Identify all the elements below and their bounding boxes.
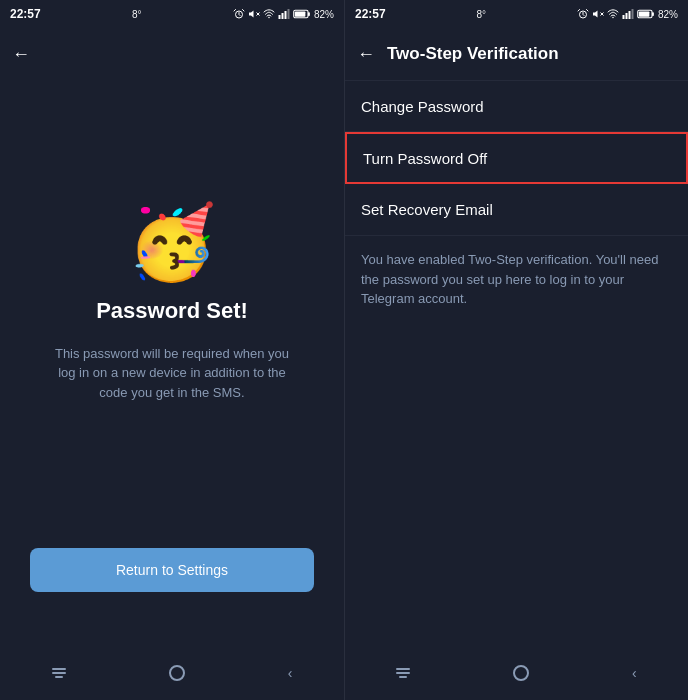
svg-rect-4 bbox=[278, 15, 280, 19]
svg-rect-21 bbox=[639, 11, 650, 16]
mute-icon bbox=[248, 8, 260, 20]
menu-item-set-recovery-email[interactable]: Set Recovery Email bbox=[345, 184, 688, 236]
right-status-bar: 22:57 8° 82% bbox=[345, 0, 688, 28]
password-set-description: This password will be required when you … bbox=[52, 344, 292, 403]
right-nav-recent-icon[interactable] bbox=[396, 668, 410, 678]
right-battery-label: 8° bbox=[477, 9, 487, 20]
left-battery-label: 8° bbox=[132, 9, 142, 20]
svg-rect-9 bbox=[308, 12, 310, 16]
right-battery-icon bbox=[637, 9, 655, 19]
left-panel: 22:57 8° 82% ← 🥳 Password Set! This pass… bbox=[0, 0, 344, 700]
left-nav-home-icon[interactable] bbox=[169, 665, 185, 681]
left-back-icon[interactable]: ← bbox=[12, 44, 30, 65]
left-nav-bar: ‹ bbox=[0, 652, 344, 700]
left-nav-recent-icon[interactable] bbox=[52, 668, 66, 678]
menu-list: Change Password Turn Password Off Set Re… bbox=[345, 80, 688, 236]
signal-icon bbox=[278, 8, 290, 20]
two-step-info-text: You have enabled Two-Step verification. … bbox=[345, 236, 688, 323]
right-status-icons: 82% bbox=[577, 8, 678, 20]
right-time: 22:57 bbox=[355, 7, 386, 21]
left-header: ← bbox=[0, 28, 344, 80]
left-main-content: 🥳 Password Set! This password will be re… bbox=[0, 80, 344, 528]
left-status-bar: 22:57 8° 82% bbox=[0, 0, 344, 28]
svg-rect-6 bbox=[284, 11, 286, 19]
return-to-settings-button[interactable]: Return to Settings bbox=[30, 548, 314, 592]
right-header-title: Two-Step Verification bbox=[387, 44, 559, 64]
right-nav-home-icon[interactable] bbox=[513, 665, 529, 681]
menu-item-turn-password-off[interactable]: Turn Password Off bbox=[345, 132, 688, 184]
menu-item-change-password[interactable]: Change Password bbox=[345, 80, 688, 132]
right-nav-bar: ‹ bbox=[345, 652, 688, 700]
right-battery-pct: 82% bbox=[658, 9, 678, 20]
left-battery-pct: 82% bbox=[314, 9, 334, 20]
battery-icon bbox=[293, 9, 311, 19]
right-mute-icon bbox=[592, 8, 604, 20]
svg-rect-18 bbox=[631, 9, 633, 19]
wifi-icon bbox=[263, 8, 275, 20]
alarm-icon bbox=[233, 8, 245, 20]
svg-rect-7 bbox=[287, 9, 289, 19]
right-back-icon[interactable]: ← bbox=[357, 44, 375, 65]
svg-rect-20 bbox=[652, 12, 654, 16]
right-signal-icon bbox=[622, 8, 634, 20]
svg-rect-5 bbox=[281, 13, 283, 19]
svg-rect-17 bbox=[628, 11, 630, 19]
left-time: 22:57 bbox=[10, 7, 41, 21]
password-emoji: 🥳 bbox=[127, 206, 217, 278]
svg-point-3 bbox=[268, 17, 270, 19]
return-btn-container: Return to Settings bbox=[0, 528, 344, 652]
svg-rect-10 bbox=[295, 11, 306, 16]
svg-rect-15 bbox=[622, 15, 624, 19]
left-nav-back-icon[interactable]: ‹ bbox=[288, 665, 293, 681]
svg-point-14 bbox=[612, 17, 614, 19]
right-panel: 22:57 8° 82% ← Two-Step Verification Cha… bbox=[344, 0, 688, 700]
right-header: ← Two-Step Verification bbox=[345, 28, 688, 80]
password-set-title: Password Set! bbox=[96, 298, 248, 324]
right-nav-back-icon[interactable]: ‹ bbox=[632, 665, 637, 681]
right-alarm-icon bbox=[577, 8, 589, 20]
left-status-icons: 82% bbox=[233, 8, 334, 20]
right-wifi-icon bbox=[607, 8, 619, 20]
svg-rect-16 bbox=[625, 13, 627, 19]
